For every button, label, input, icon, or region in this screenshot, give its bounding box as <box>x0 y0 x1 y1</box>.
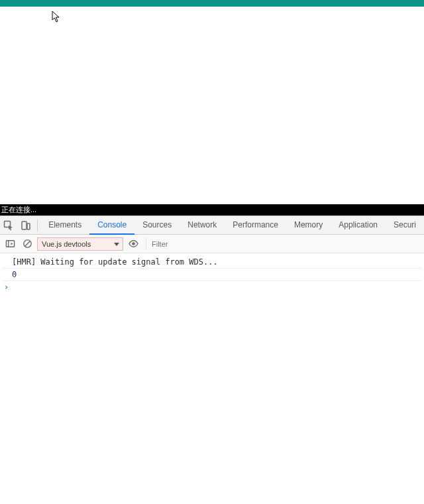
tab-security[interactable]: Securi <box>386 216 424 235</box>
svg-rect-3 <box>6 241 14 247</box>
console-toolbar: Vue.js devtools <box>0 235 424 253</box>
tab-console[interactable]: Console <box>89 216 134 235</box>
clear-console-icon[interactable] <box>20 237 34 251</box>
console-output: [HMR] Waiting for update signal from WDS… <box>0 253 424 293</box>
live-expression-icon[interactable] <box>126 237 140 251</box>
filter-wrap <box>146 238 218 250</box>
devtools-panel: Elements Console Sources Network Perform… <box>0 216 424 293</box>
svg-rect-2 <box>27 223 30 229</box>
tab-elements[interactable]: Elements <box>40 216 89 235</box>
tab-network[interactable]: Network <box>180 216 225 235</box>
device-toolbar-icon[interactable] <box>17 216 34 235</box>
tab-sources[interactable]: Sources <box>134 216 180 235</box>
browser-status-bar: 正在连接... <box>0 204 424 216</box>
tabbar-divider <box>37 220 38 231</box>
toggle-sidebar-icon[interactable] <box>3 237 17 251</box>
status-text: 正在连接... <box>1 206 36 214</box>
tab-application[interactable]: Application <box>331 216 386 235</box>
execution-context-select[interactable]: Vue.js devtools <box>37 237 123 251</box>
inspect-element-icon[interactable] <box>0 216 17 235</box>
page-viewport <box>0 7 424 204</box>
svg-marker-5 <box>11 243 13 245</box>
blank-area <box>0 293 424 504</box>
console-prompt[interactable] <box>3 281 421 293</box>
devtools-tabbar: Elements Console Sources Network Perform… <box>0 216 424 235</box>
console-log-line[interactable]: [HMR] Waiting for update signal from WDS… <box>3 256 421 269</box>
svg-line-7 <box>25 241 30 247</box>
console-log-line[interactable]: 0 <box>3 269 421 281</box>
context-label: Vue.js devtools <box>42 240 91 248</box>
mouse-cursor-icon <box>52 11 61 25</box>
filter-input[interactable] <box>152 238 218 250</box>
tab-performance[interactable]: Performance <box>225 216 286 235</box>
svg-rect-1 <box>22 221 26 229</box>
devtools-tabs: Elements Console Sources Network Perform… <box>40 216 424 235</box>
svg-point-8 <box>132 242 135 245</box>
tab-memory[interactable]: Memory <box>286 216 331 235</box>
page-top-accent <box>0 0 424 7</box>
